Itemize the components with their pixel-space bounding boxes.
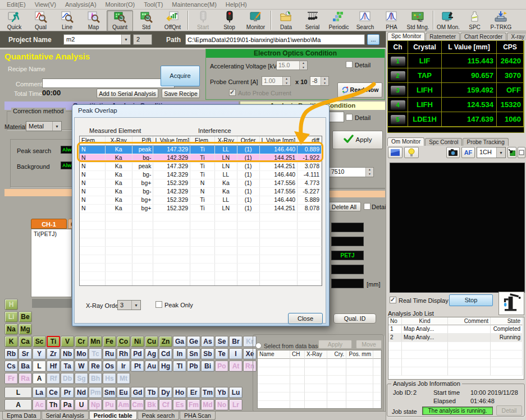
element-a[interactable]: A (33, 373, 46, 384)
element-rb[interactable]: Rb (4, 348, 18, 359)
bottom-tab-pha-scan[interactable]: PHA Scan (180, 412, 216, 420)
tab-x-ray-meas[interactable]: X-ray Meas. (507, 33, 526, 40)
position-detail-checkbox[interactable] (346, 114, 353, 121)
acquire-button[interactable]: Acquire (161, 66, 200, 86)
element-cu[interactable]: Cu (145, 336, 158, 347)
element-mo[interactable]: Mo (75, 348, 88, 359)
comment-input[interactable] (42, 79, 175, 88)
element-th[interactable]: Th (47, 399, 60, 410)
element-yb[interactable]: Yb (215, 387, 228, 398)
lamp-button[interactable] (404, 147, 419, 158)
element-pd[interactable]: Pd (131, 348, 144, 359)
toolbar-periodic-button[interactable]: Periodic (326, 10, 352, 31)
accel-voltage-spinner[interactable]: 15.0▲▼ (276, 61, 308, 70)
peak-only-checkbox[interactable] (155, 301, 162, 308)
path-input[interactable] (185, 34, 365, 45)
element-ce[interactable]: Ce (47, 387, 60, 398)
element-ta[interactable]: Ta (61, 361, 74, 372)
toolbar-offqnt-button[interactable]: xOffQnt (159, 10, 186, 31)
element-gd[interactable]: Gd (131, 387, 144, 398)
element-pb[interactable]: Pb (187, 361, 200, 372)
real-time-checkbox[interactable] (390, 297, 396, 303)
channel-4-button[interactable]: 4 (390, 100, 406, 110)
optics-detail-checkbox[interactable] (346, 61, 353, 68)
table-row[interactable]: NKabg-142.329TiLN(1)144.251-1.922 (80, 154, 322, 163)
element-k[interactable]: K (4, 336, 18, 347)
toolbar-quick-button[interactable]: Quick (1, 10, 28, 31)
tab-ratemeter[interactable]: Ratemeter (426, 33, 460, 40)
menu-edit-e[interactable]: Edit(E) (2, 1, 30, 8)
element-pa[interactable]: Pa (61, 399, 74, 410)
element-au[interactable]: Au (145, 361, 158, 372)
element-v[interactable]: V (61, 336, 74, 347)
element-w[interactable]: W (75, 361, 88, 372)
element-ge[interactable]: Ge (187, 336, 200, 347)
input-fragment[interactable] (328, 112, 344, 122)
menu-analysis-a[interactable]: Analysis(A) (61, 1, 101, 8)
table-row[interactable]: NKabg+152.329NKa(1)147.5564.773 (80, 179, 322, 188)
element-cd[interactable]: Cd (159, 348, 172, 359)
element-la[interactable]: La (33, 387, 46, 398)
toolbar-data-button[interactable]: Data (273, 10, 299, 31)
close-button[interactable]: Close (288, 313, 323, 324)
toolbar-line-button[interactable]: Line (54, 10, 80, 31)
element-tl[interactable]: Tl (173, 361, 186, 372)
element-cs[interactable]: Cs (4, 361, 18, 372)
element-sc[interactable]: Sc (33, 336, 46, 347)
element-i[interactable]: I (229, 348, 243, 359)
element-sn[interactable]: Sn (187, 348, 200, 359)
element-hf[interactable]: Hf (47, 361, 60, 372)
toolbar-map-button[interactable]: Map (80, 10, 107, 31)
element-rh[interactable]: Rh (117, 348, 130, 359)
chevron-down-icon[interactable]: ▼ (52, 122, 61, 131)
element-co[interactable]: Co (117, 336, 130, 347)
element-eu[interactable]: Eu (117, 387, 130, 398)
element-pt[interactable]: Pt (131, 361, 144, 372)
bottom-tab-peak-search[interactable]: Peak search (138, 412, 179, 420)
element-br[interactable]: Br (229, 336, 243, 347)
element-ho[interactable]: Ho (173, 387, 186, 398)
tab-spc-control[interactable]: Spc Control (425, 138, 462, 146)
element-tb[interactable]: Tb (145, 387, 158, 398)
toolbar-stop-button[interactable]: Stop (216, 10, 243, 31)
autofocus-button[interactable]: AF (461, 147, 475, 158)
element-ni[interactable]: Ni (131, 336, 144, 347)
table-row[interactable]: NKabg-142.329NKa(1)147.556-5.227 (80, 188, 322, 196)
element-as[interactable]: As (201, 336, 214, 347)
table-row[interactable]: NKabg+152.329TiLL(1)146.4405.889 (80, 196, 322, 205)
element-sm[interactable]: Sm (103, 387, 116, 398)
menu-maintenance-m[interactable]: Maintenance(M) (167, 1, 221, 8)
element-sr[interactable]: Sr (19, 348, 32, 359)
channel-2-button[interactable]: 2 (390, 71, 406, 81)
element-te[interactable]: Te (215, 348, 228, 359)
menu-tool-t[interactable]: Tool(T) (139, 1, 167, 8)
list-item[interactable]: Ti(PETJ) (31, 229, 71, 238)
xray-order-select[interactable]: 3▼ (117, 300, 141, 310)
project-name-select[interactable]: m2▼ (63, 34, 131, 45)
chevron-down-icon[interactable]: ▼ (131, 301, 140, 310)
element-ru[interactable]: Ru (103, 348, 116, 359)
probe-current-spinner[interactable]: 1.00▲▼ (262, 76, 291, 86)
exponent-spinner[interactable]: -8▲▼ (310, 76, 329, 86)
toolbar-pha-button[interactable]: PHA (378, 10, 405, 31)
element-hg[interactable]: Hg (159, 361, 172, 372)
table-row[interactable]: NKapeak147.329TiLL(1)146.4400.889 (80, 146, 322, 154)
element-zr[interactable]: Zr (47, 348, 60, 359)
element-ca[interactable]: Ca (19, 336, 32, 347)
element-er[interactable]: Er (187, 387, 200, 398)
bottom-tab-periodic-table[interactable]: Periodic table (89, 412, 137, 420)
add-to-serial-button[interactable]: Add to Serial Analysis (97, 89, 158, 98)
qual-id-button[interactable]: Qual. ID (333, 313, 376, 324)
toolbar-spc-button[interactable]: SPC (461, 10, 488, 31)
channel-5-button[interactable]: 5 (390, 114, 406, 125)
element-re[interactable]: Re (89, 361, 102, 372)
element-l[interactable]: L (33, 361, 46, 372)
toolbar-std-mng-button[interactable]: %!Std Mng. (405, 10, 431, 31)
element-pr[interactable]: Pr (61, 387, 74, 398)
menu-monitor-o[interactable]: Monitor(O) (101, 1, 140, 8)
chevron-down-icon[interactable]: ▼ (121, 35, 130, 44)
element-se[interactable]: Se (215, 336, 228, 347)
element-ir[interactable]: Ir (117, 361, 130, 372)
element-os[interactable]: Os (103, 361, 116, 372)
browse-button[interactable]: ... (367, 34, 379, 45)
